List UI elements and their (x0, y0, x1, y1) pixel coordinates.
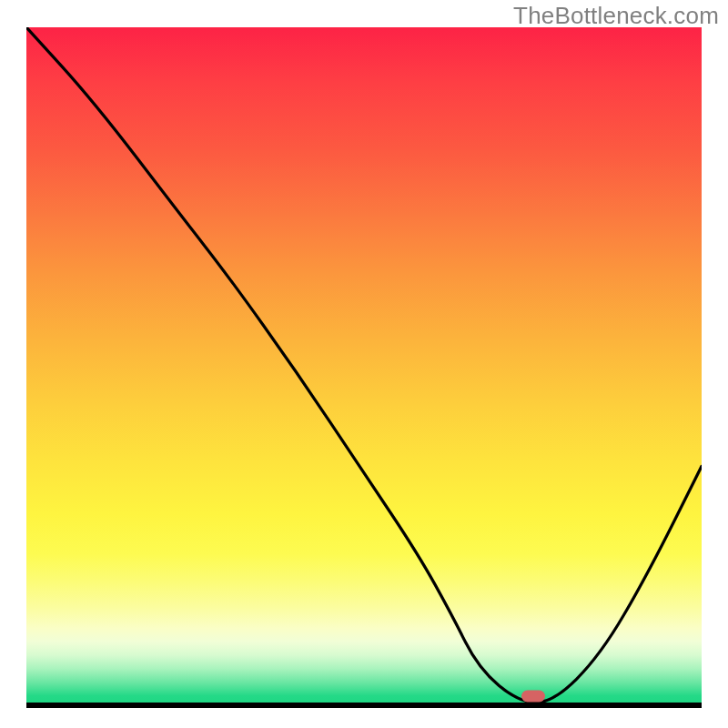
chart-container: TheBottleneck.com (0, 0, 728, 728)
x-axis (26, 703, 702, 708)
optimal-marker (521, 690, 545, 702)
plot-area (26, 27, 702, 703)
gradient-background (26, 27, 702, 703)
watermark-text: TheBottleneck.com (513, 2, 719, 30)
